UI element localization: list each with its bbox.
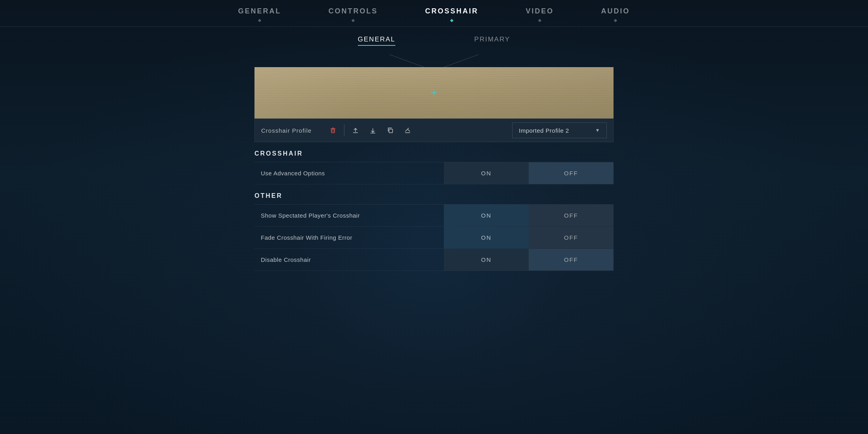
edit-profile-button[interactable] xyxy=(400,122,415,138)
content-area: Crosshair Profile xyxy=(254,67,614,271)
nav-label-video: VIDEO xyxy=(526,7,554,15)
use-advanced-options-row: Use Advanced Options On Off xyxy=(254,162,614,184)
nav-dot-crosshair xyxy=(450,19,453,22)
show-spectated-label: Show Spectated Player's Crosshair xyxy=(254,205,444,226)
subnav-lines xyxy=(345,54,523,67)
top-nav: GENERAL CONTROLS CROSSHAIR VIDEO AUDIO xyxy=(0,0,868,27)
show-spectated-toggle: On Off xyxy=(444,205,614,226)
sub-nav: GENERAL PRIMARY xyxy=(358,27,510,54)
upload-profile-button[interactable] xyxy=(348,122,363,138)
download-icon xyxy=(369,127,376,134)
crosshair-dot xyxy=(434,92,435,94)
trash-icon xyxy=(329,127,337,134)
use-advanced-options-toggle: On Off xyxy=(444,162,614,184)
delete-profile-button[interactable] xyxy=(325,122,341,138)
fade-firing-on-button[interactable]: On xyxy=(444,227,529,248)
fade-firing-off-button[interactable]: Off xyxy=(529,227,614,248)
nav-dot-audio xyxy=(614,19,617,22)
use-advanced-options-label: Use Advanced Options xyxy=(254,162,444,184)
disable-crosshair-toggle: On Off xyxy=(444,249,614,271)
upload-icon xyxy=(352,127,359,134)
nav-dot-video xyxy=(538,19,541,22)
show-spectated-row: Show Spectated Player's Crosshair On Off xyxy=(254,205,614,227)
profile-actions xyxy=(325,122,415,138)
profile-label: Crosshair Profile xyxy=(261,127,320,134)
disable-crosshair-on-button[interactable]: On xyxy=(444,249,529,271)
disable-crosshair-off-button[interactable]: Off xyxy=(529,249,614,271)
other-section-header: OTHER xyxy=(254,184,614,205)
profile-dropdown[interactable]: Imported Profile 2 ▼ xyxy=(512,122,607,138)
nav-dot-controls xyxy=(352,19,355,22)
dropdown-arrow-icon: ▼ xyxy=(595,128,600,133)
download-profile-button[interactable] xyxy=(365,122,381,138)
svg-rect-2 xyxy=(331,129,335,133)
nav-item-video[interactable]: VIDEO xyxy=(526,7,554,26)
edit-icon xyxy=(404,127,411,134)
subnav-primary[interactable]: PRIMARY xyxy=(474,36,510,46)
nav-label-crosshair: CROSSHAIR xyxy=(425,7,478,15)
crosshair-preview-box xyxy=(254,67,614,118)
svg-line-0 xyxy=(389,54,424,67)
use-advanced-on-button[interactable]: On xyxy=(444,162,529,184)
show-spectated-off-button[interactable]: Off xyxy=(529,205,614,226)
sub-nav-wrapper: GENERAL PRIMARY xyxy=(345,27,523,67)
fade-firing-row: Fade Crosshair With Firing Error On Off xyxy=(254,227,614,249)
fade-firing-toggle: On Off xyxy=(444,227,614,248)
fade-firing-label: Fade Crosshair With Firing Error xyxy=(254,227,444,248)
crosshair-preview-icon xyxy=(430,89,438,96)
profile-bar: Crosshair Profile xyxy=(254,118,614,142)
svg-line-12 xyxy=(408,129,410,132)
show-spectated-on-button[interactable]: On xyxy=(444,205,529,226)
main-container: GENERAL CONTROLS CROSSHAIR VIDEO AUDIO G… xyxy=(0,0,868,434)
nav-label-audio: AUDIO xyxy=(601,7,630,15)
nav-label-general: GENERAL xyxy=(238,7,281,15)
disable-crosshair-row: Disable Crosshair On Off xyxy=(254,249,614,271)
nav-item-crosshair[interactable]: CROSSHAIR xyxy=(425,7,478,26)
nav-dot-general xyxy=(258,19,261,22)
svg-line-1 xyxy=(444,54,479,67)
nav-item-general[interactable]: GENERAL xyxy=(238,7,281,26)
profile-selected-value: Imported Profile 2 xyxy=(519,127,569,134)
profile-divider xyxy=(344,124,344,136)
crosshair-section-header: CROSSHAIR xyxy=(254,142,614,162)
disable-crosshair-label: Disable Crosshair xyxy=(254,249,444,271)
nav-item-audio[interactable]: AUDIO xyxy=(601,7,630,26)
svg-rect-9 xyxy=(389,129,393,133)
use-advanced-off-button[interactable]: Off xyxy=(529,162,614,184)
subnav-general[interactable]: GENERAL xyxy=(358,36,395,46)
nav-item-controls[interactable]: CONTROLS xyxy=(328,7,378,26)
copy-profile-button[interactable] xyxy=(382,122,398,138)
copy-icon xyxy=(387,127,394,134)
nav-label-controls: CONTROLS xyxy=(328,7,378,15)
